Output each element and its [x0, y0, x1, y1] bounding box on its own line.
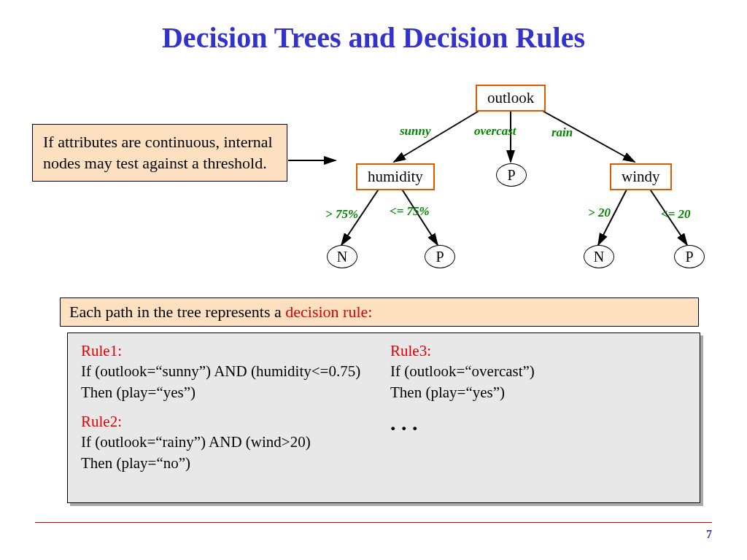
- footer-divider: [35, 522, 712, 523]
- rule-3-head: Rule3:: [390, 341, 686, 361]
- edge-sunny: sunny: [400, 124, 431, 139]
- node-outlook: outlook: [476, 85, 546, 112]
- caption-prefix: Each path in the tree represents a: [69, 303, 285, 321]
- rule-2-then: Then (play=“no”): [81, 453, 377, 473]
- slide: Decision Trees and Decision Rules If att…: [0, 0, 747, 560]
- edge-rain: rain: [551, 125, 573, 140]
- rule-2-cond: If (outlook=“rainy”) AND (wind>20): [81, 432, 377, 452]
- rules-ellipsis: . . .: [390, 408, 686, 438]
- edge-w-le: <= 20: [661, 207, 691, 222]
- rule-3-then: Then (play=“yes”): [390, 382, 686, 402]
- rule-1-then: Then (play=“yes”): [81, 382, 377, 402]
- rules-panel: Rule1: If (outlook=“sunny”) AND (humidit…: [67, 332, 700, 503]
- leaf-overcast: P: [496, 163, 527, 187]
- rule-1: Rule1: If (outlook=“sunny”) AND (humidit…: [81, 341, 377, 473]
- rule-3-cond: If (outlook=“overcast”): [390, 361, 686, 381]
- rule-1-head: Rule1:: [81, 341, 377, 361]
- edge-h-gt: > 75%: [325, 207, 358, 222]
- caption-bar: Each path in the tree represents a decis…: [60, 298, 699, 327]
- leaf-wind-le: P: [674, 245, 705, 268]
- leaf-humid-le: P: [425, 245, 455, 268]
- node-windy: windy: [610, 163, 672, 190]
- leaf-humid-gt: N: [327, 245, 357, 268]
- caption-highlight: decision rule:: [285, 303, 372, 321]
- rule-2-head: Rule2:: [81, 411, 377, 432]
- page-number: 7: [706, 528, 712, 541]
- leaf-wind-gt: N: [584, 245, 614, 268]
- rule-3: Rule3: If (outlook=“overcast”) Then (pla…: [390, 341, 686, 473]
- edge-w-gt: > 20: [588, 206, 611, 220]
- edge-overcast: overcast: [474, 124, 516, 139]
- edge-h-le: <= 75%: [390, 204, 430, 219]
- node-humidity: humidity: [356, 163, 435, 190]
- rule-1-cond: If (outlook=“sunny”) AND (humidity<=0.75…: [81, 361, 377, 381]
